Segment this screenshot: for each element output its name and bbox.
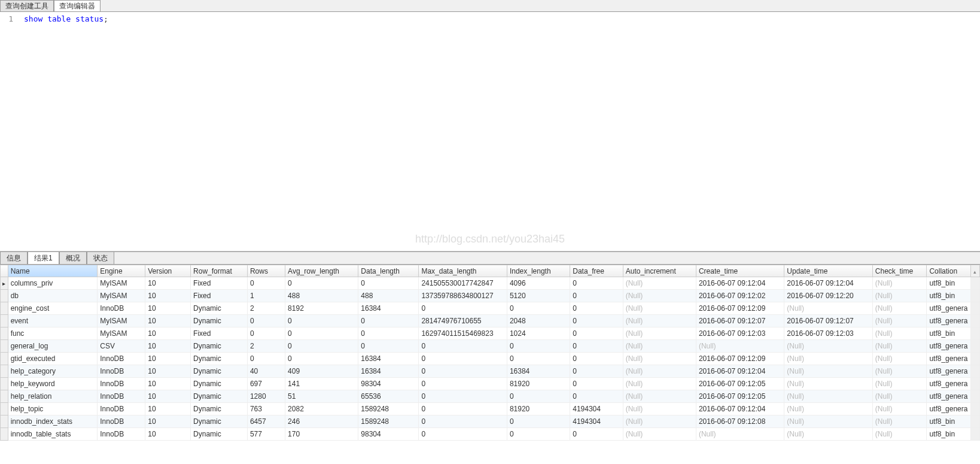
cell-check_time[interactable]: (Null) — [872, 378, 927, 390]
cell-data_free[interactable]: 0 — [570, 315, 623, 327]
cell-max_data_length[interactable]: 0 — [419, 302, 507, 315]
cell-row_format[interactable]: Dynamic — [191, 315, 248, 327]
cell-data_free[interactable]: 0 — [570, 327, 623, 340]
cell-auto_increment[interactable]: (Null) — [623, 403, 696, 416]
cell-data_free[interactable]: 0 — [570, 340, 623, 353]
cell-update_time[interactable]: 2016-06-07 09:12:03 — [784, 327, 872, 340]
cell-create_time[interactable]: 2016-06-07 09:12:07 — [696, 315, 784, 327]
cell-avg_row_length[interactable]: 170 — [285, 428, 358, 441]
cell-check_time[interactable]: (Null) — [872, 416, 927, 428]
cell-version[interactable]: 10 — [145, 290, 191, 302]
cell-index_length[interactable]: 16384 — [507, 365, 570, 378]
cell-name[interactable]: help_category — [8, 365, 98, 378]
cell-create_time[interactable]: (Null) — [696, 340, 784, 353]
cell-auto_increment[interactable]: (Null) — [623, 390, 696, 403]
cell-update_time[interactable]: (Null) — [784, 378, 872, 390]
column-header-data_length[interactable]: Data_length — [358, 265, 419, 277]
cell-create_time[interactable]: 2016-06-07 09:12:02 — [696, 290, 784, 302]
cell-update_time[interactable]: 2016-06-07 09:12:20 — [784, 290, 872, 302]
cell-auto_increment[interactable]: (Null) — [623, 327, 696, 340]
cell-engine[interactable]: InnoDB — [98, 416, 145, 428]
sql-editor[interactable]: 1 show table status; http://blog.csdn.ne… — [0, 12, 980, 251]
cell-auto_increment[interactable]: (Null) — [623, 353, 696, 365]
cell-row_format[interactable]: Fixed — [191, 290, 248, 302]
cell-auto_increment[interactable]: (Null) — [623, 302, 696, 315]
cell-avg_row_length[interactable]: 0 — [285, 315, 358, 327]
cell-name[interactable]: innodb_index_stats — [8, 416, 98, 428]
cell-rows[interactable]: 0 — [247, 353, 285, 365]
cell-collation[interactable]: utf8_genera — [927, 378, 971, 390]
cell-name[interactable]: help_relation — [8, 390, 98, 403]
cell-index_length[interactable]: 0 — [507, 353, 570, 365]
cell-update_time[interactable]: (Null) — [784, 340, 872, 353]
cell-data_free[interactable]: 0 — [570, 277, 623, 290]
cell-collation[interactable]: utf8_bin — [927, 327, 971, 340]
cell-collation[interactable]: utf8_bin — [927, 277, 971, 290]
cell-update_time[interactable]: (Null) — [784, 428, 872, 441]
column-header-index_length[interactable]: Index_length — [507, 265, 570, 277]
cell-max_data_length[interactable]: 0 — [419, 428, 507, 441]
cell-data_free[interactable]: 0 — [570, 428, 623, 441]
cell-check_time[interactable]: (Null) — [872, 277, 927, 290]
cell-avg_row_length[interactable]: 488 — [285, 290, 358, 302]
cell-max_data_length[interactable]: 162974011515469823 — [419, 327, 507, 340]
column-header-row_format[interactable]: Row_format — [191, 265, 248, 277]
cell-data_length[interactable]: 0 — [358, 327, 419, 340]
cell-max_data_length[interactable]: 0 — [419, 403, 507, 416]
cell-rows[interactable]: 40 — [247, 365, 285, 378]
sql-code-line[interactable]: show table status; — [24, 14, 108, 23]
cell-data_length[interactable]: 98304 — [358, 378, 419, 390]
cell-create_time[interactable]: 2016-06-07 09:12:05 — [696, 390, 784, 403]
cell-create_time[interactable]: (Null) — [696, 428, 784, 441]
cell-create_time[interactable]: 2016-06-07 09:12:04 — [696, 365, 784, 378]
cell-data_length[interactable]: 0 — [358, 277, 419, 290]
cell-collation[interactable]: utf8_genera — [927, 403, 971, 416]
cell-create_time[interactable]: 2016-06-07 09:12:08 — [696, 416, 784, 428]
cell-rows[interactable]: 0 — [247, 315, 285, 327]
cell-avg_row_length[interactable]: 51 — [285, 390, 358, 403]
cell-collation[interactable]: utf8_genera — [927, 302, 971, 315]
column-header-version[interactable]: Version — [145, 265, 191, 277]
cell-check_time[interactable]: (Null) — [872, 315, 927, 327]
cell-version[interactable]: 10 — [145, 403, 191, 416]
cell-collation[interactable]: utf8_bin — [927, 290, 971, 302]
cell-update_time[interactable]: (Null) — [784, 403, 872, 416]
cell-data_free[interactable]: 0 — [570, 353, 623, 365]
table-row[interactable]: innodb_index_statsInnoDB10Dynamic6457246… — [1, 416, 980, 428]
cell-check_time[interactable]: (Null) — [872, 290, 927, 302]
cell-max_data_length[interactable]: 0 — [419, 390, 507, 403]
cell-max_data_length[interactable]: 0 — [419, 365, 507, 378]
column-header-update_time[interactable]: Update_time — [784, 265, 872, 277]
cell-check_time[interactable]: (Null) — [872, 390, 927, 403]
cell-check_time[interactable]: (Null) — [872, 327, 927, 340]
cell-check_time[interactable]: (Null) — [872, 353, 927, 365]
cell-version[interactable]: 10 — [145, 428, 191, 441]
table-row[interactable]: general_logCSV10Dynamic200000(Null)(Null… — [1, 340, 980, 353]
cell-max_data_length[interactable]: 0 — [419, 340, 507, 353]
table-row[interactable]: dbMyISAM10Fixed1488488137359788634800127… — [1, 290, 980, 302]
cell-collation[interactable]: utf8_genera — [927, 365, 971, 378]
table-row[interactable]: help_categoryInnoDB10Dynamic404091638401… — [1, 365, 980, 378]
cell-data_length[interactable]: 16384 — [358, 302, 419, 315]
cell-version[interactable]: 10 — [145, 327, 191, 340]
cell-max_data_length[interactable]: 0 — [419, 353, 507, 365]
cell-update_time[interactable]: (Null) — [784, 390, 872, 403]
cell-data_length[interactable]: 98304 — [358, 428, 419, 441]
table-row[interactable]: ▸columns_privMyISAM10Fixed00024150553001… — [1, 277, 980, 290]
cell-engine[interactable]: CSV — [98, 340, 145, 353]
cell-data_free[interactable]: 0 — [570, 365, 623, 378]
cell-index_length[interactable]: 2048 — [507, 315, 570, 327]
cell-rows[interactable]: 1 — [247, 290, 285, 302]
cell-auto_increment[interactable]: (Null) — [623, 365, 696, 378]
cell-data_length[interactable]: 1589248 — [358, 403, 419, 416]
table-row[interactable]: eventMyISAM10Dynamic00028147497671065520… — [1, 315, 980, 327]
cell-rows[interactable]: 763 — [247, 403, 285, 416]
cell-update_time[interactable]: (Null) — [784, 416, 872, 428]
cell-index_length[interactable]: 0 — [507, 390, 570, 403]
cell-index_length[interactable]: 81920 — [507, 403, 570, 416]
cell-rows[interactable]: 1280 — [247, 390, 285, 403]
column-header-auto_increment[interactable]: Auto_increment — [623, 265, 696, 277]
cell-name[interactable]: columns_priv — [8, 277, 98, 290]
table-row[interactable]: innodb_table_statsInnoDB10Dynamic5771709… — [1, 428, 980, 441]
cell-name[interactable]: help_keyword — [8, 378, 98, 390]
